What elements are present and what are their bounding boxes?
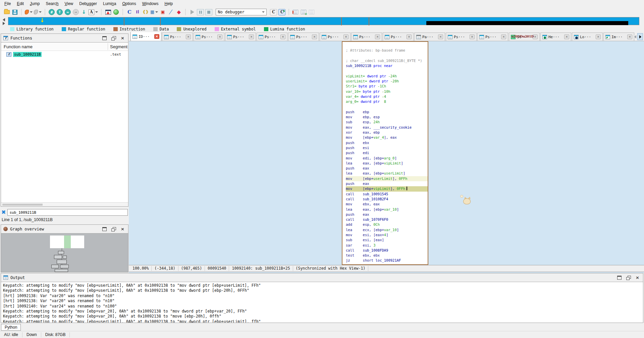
- functions-maximize-icon[interactable]: [102, 36, 107, 40]
- asm-line[interactable]: call sub_1010B2F4: [346, 197, 428, 202]
- add-view-icon[interactable]: [300, 8, 307, 16]
- view-tab-strings[interactable]: St···✕: [509, 32, 540, 41]
- view-tab-pseudo[interactable]: Ps···✕: [162, 32, 193, 41]
- open-file-icon[interactable]: [3, 8, 10, 16]
- functions-close-icon[interactable]: ×: [120, 36, 125, 40]
- asm-line[interactable]: push eax: [346, 212, 428, 217]
- disassembly-code[interactable]: ; Attributes: bp-based frame ; char __cd…: [342, 42, 428, 263]
- cli-language-button[interactable]: Python: [1, 324, 21, 331]
- asm-line[interactable]: sub esp, 24h: [346, 120, 428, 125]
- asm-line[interactable]: sub_1009211B proc near: [346, 63, 428, 68]
- asm-line[interactable]: call sub_10091545: [346, 192, 428, 197]
- asm-line[interactable]: push ebx: [346, 140, 428, 145]
- view-tab-imports[interactable]: Im···✕: [603, 32, 634, 41]
- tab-close-icon[interactable]: ✕: [501, 35, 506, 39]
- asm-line[interactable]: push ebp: [346, 110, 428, 115]
- jump-text-icon[interactable]: T: [56, 8, 63, 16]
- asm-line[interactable]: userLimit= dword ptr -20h: [346, 79, 428, 84]
- menu-windows[interactable]: Windows: [139, 0, 162, 7]
- navband-right-arrow-icon[interactable]: [3, 22, 5, 25]
- graph-overview-canvas[interactable]: [1, 233, 128, 272]
- asm-line[interactable]: lea eax, [ebp+var_10]: [346, 207, 428, 212]
- asm-line[interactable]: push eax: [346, 181, 428, 186]
- tab-close-icon[interactable]: ✕: [407, 35, 412, 39]
- asm-line[interactable]: test ebx, ebx: [346, 253, 428, 258]
- tab-close-icon[interactable]: ✕: [280, 35, 285, 39]
- asm-line[interactable]: lea ecx, [ebp+var_10]: [346, 227, 428, 232]
- functions-column-headers[interactable]: Function name Segment: [1, 43, 128, 51]
- graph-close-icon[interactable]: ×: [120, 227, 125, 231]
- asm-line[interactable]: mov [ebp+var_4], eax: [346, 135, 428, 140]
- redo-history-icon[interactable]: [34, 8, 42, 16]
- view-tab-log[interactable]: Lo···✕: [572, 32, 603, 41]
- view-tab-pseudo[interactable]: Ps···✕: [383, 32, 414, 41]
- view-tab-pseudo[interactable]: Ps···✕: [225, 32, 256, 41]
- view-tab-pseudo[interactable]: Ps···✕: [477, 32, 508, 41]
- asm-line[interactable]: jz short loc_100921AF: [346, 258, 428, 263]
- debugger-run-icon[interactable]: [189, 8, 196, 16]
- graph-overview-titlebar[interactable]: Graph overview ×: [1, 225, 128, 233]
- tab-close-icon[interactable]: ✕: [217, 35, 222, 39]
- rename-icon[interactable]: A: [89, 8, 98, 16]
- run-analysis-icon[interactable]: [113, 8, 119, 16]
- jump-down-icon[interactable]: ↓: [80, 8, 87, 16]
- menu-options[interactable]: Options: [119, 0, 139, 7]
- tab-close-icon[interactable]: ✕: [596, 35, 601, 39]
- asm-line[interactable]: ; char __cdecl sub_1009211B(_BYTE *): [346, 58, 428, 63]
- tab-close-icon[interactable]: ✕: [343, 35, 348, 39]
- asm-line[interactable]: [346, 53, 428, 58]
- asm-line[interactable]: Str1= byte ptr -1Ch: [346, 84, 428, 89]
- menu-debugger[interactable]: Debugger: [76, 0, 100, 7]
- tab-close-icon[interactable]: ✕: [249, 35, 254, 39]
- asm-line[interactable]: mov ebx, eax: [346, 202, 428, 207]
- keypatch-icon[interactable]: ◆: [175, 8, 182, 16]
- functions-hscrollbar[interactable]: [1, 202, 128, 206]
- asm-line[interactable]: call sub_1070F6F0: [346, 217, 428, 222]
- view-tab-ida[interactable]: ID···✕: [130, 32, 161, 41]
- output-log[interactable]: Keypatch: attempting to modify "mov [ebp…: [1, 282, 643, 323]
- asm-line[interactable]: lea eax, [ebp+vipLimit]: [346, 161, 428, 166]
- menu-view[interactable]: View: [61, 0, 76, 7]
- asm-line[interactable]: lea eax, [ebp+userLimit]: [346, 171, 428, 176]
- output-titlebar[interactable]: Output ×: [1, 273, 643, 282]
- disassembly-window[interactable]: ; Attributes: bp-based frame ; char __cd…: [342, 41, 428, 265]
- asm-line[interactable]: push esi: [346, 145, 428, 150]
- asm-line[interactable]: [346, 105, 428, 110]
- graph-maximize-icon[interactable]: [102, 227, 107, 231]
- jump-address-icon[interactable]: #: [48, 8, 55, 16]
- output-close-icon[interactable]: ×: [635, 276, 640, 280]
- menu-lumina[interactable]: Lumina: [100, 0, 119, 7]
- tab-close-icon[interactable]: ✕: [627, 35, 632, 39]
- tab-scroll-left-icon[interactable]: [634, 35, 636, 39]
- function-name[interactable]: sub_1009211B: [13, 52, 42, 57]
- asm-line[interactable]: mov [ebp+vipLimit], 0FFh: [346, 186, 428, 191]
- asm-line[interactable]: push edi: [346, 150, 428, 155]
- tab-close-icon[interactable]: ✕: [154, 34, 159, 39]
- view-tab-pseudo[interactable]: Ps···✕: [194, 32, 224, 41]
- clear-filter-icon[interactable]: ✖: [1, 210, 6, 215]
- functions-filter-input[interactable]: [7, 209, 128, 216]
- view-tab-pseudo[interactable]: Ps···✕: [257, 32, 287, 41]
- tab-close-icon[interactable]: ✕: [564, 35, 569, 39]
- functions-panel-titlebar[interactable]: Functions ×: [1, 34, 128, 43]
- asm-line[interactable]: ; Attributes: bp-based frame: [346, 48, 428, 53]
- menu-edit[interactable]: Edit: [14, 0, 27, 7]
- graph-restore-icon[interactable]: [111, 227, 116, 231]
- asm-line[interactable]: add esp, 0Ch: [346, 222, 428, 227]
- view-tab-pseudo[interactable]: Ps···✕: [288, 32, 319, 41]
- function-row[interactable]: f sub_1009211B .text: [1, 52, 128, 57]
- asm-line[interactable]: mov edi, [ebp+arg_0]: [346, 156, 428, 161]
- quick-view-icon[interactable]: [292, 8, 299, 16]
- sync-view-icon[interactable]: [308, 8, 315, 16]
- asm-line[interactable]: var_4= dword ptr -4: [346, 94, 428, 99]
- output-restore-icon[interactable]: [626, 276, 631, 280]
- tab-close-icon[interactable]: ✕: [438, 35, 443, 39]
- view-tab-hex[interactable]: He···✕: [540, 32, 571, 41]
- segments-grid-icon[interactable]: ▦: [150, 8, 158, 16]
- breakpoint-view-icon[interactable]: [105, 8, 111, 16]
- debugger-stop-icon[interactable]: [205, 9, 212, 15]
- asm-line[interactable]: [346, 68, 428, 73]
- debugger-select[interactable]: No debugger: [216, 9, 267, 15]
- view-tab-pseudo[interactable]: Ps···✕: [351, 32, 382, 41]
- tab-close-icon[interactable]: ✕: [375, 35, 380, 39]
